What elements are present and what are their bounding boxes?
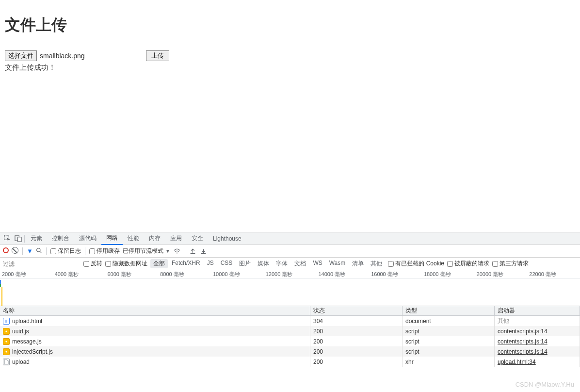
page-title: 文件上传 — [5, 15, 575, 36]
table-row[interactable]: upload.html304document其他 — [0, 316, 580, 326]
network-table-header: 名称 状态 类型 启动器 — [0, 306, 580, 316]
filter-chip-其他[interactable]: 其他 — [368, 259, 385, 268]
tab-Lighthouse[interactable]: Lighthouse — [208, 232, 246, 245]
tab-内存[interactable]: 内存 — [144, 232, 165, 245]
filter-chip-Wasm[interactable]: Wasm — [326, 259, 349, 268]
table-row[interactable]: uuid.js200scriptcontentscripts.js:14 — [0, 326, 580, 336]
import-icon[interactable] — [189, 248, 197, 254]
blocked-cookies-checkbox[interactable]: 有已拦截的 Cookie — [388, 260, 444, 268]
blocked-requests-checkbox[interactable]: 被屏蔽的请求 — [447, 260, 489, 268]
filter-chip-Fetch/XHR[interactable]: Fetch/XHR — [169, 259, 203, 268]
timeline-tick: 16000 毫秒 — [369, 271, 422, 278]
disable-cache-checkbox[interactable]: 停用缓存 — [89, 247, 120, 255]
third-party-label: 第三方请求 — [499, 260, 529, 268]
filter-chip-清单[interactable]: 清单 — [349, 259, 367, 268]
choose-file-button[interactable]: 选择文件 — [5, 50, 37, 61]
timeline-overview[interactable]: 2000 毫秒4000 毫秒6000 毫秒8000 毫秒10000 毫秒1200… — [0, 270, 580, 306]
upload-row: 选择文件 smallblack.png 上传 — [5, 50, 575, 61]
tab-性能[interactable]: 性能 — [123, 232, 144, 245]
request-name: upload.html — [12, 318, 42, 325]
filter-bar: 反转 隐藏数据网址 全部Fetch/XHRJSCSS图片媒体字体文档WSWasm… — [0, 258, 580, 270]
table-row[interactable]: injectedScript.js200scriptcontentscripts… — [0, 346, 580, 357]
timeline-tick: 10000 毫秒 — [211, 271, 264, 278]
network-toolbar: ▼ 保留日志 停用缓存 已停用节流模式 ▼ — [0, 245, 580, 258]
blocked-requests-label: 被屏蔽的请求 — [454, 260, 489, 268]
blocked-cookies-label: 有已拦截的 Cookie — [395, 260, 444, 268]
js-icon — [3, 348, 10, 355]
upload-button[interactable]: 上传 — [146, 50, 169, 61]
filter-chip-字体[interactable]: 字体 — [273, 259, 290, 268]
timeline-tick: 4000 毫秒 — [53, 271, 106, 278]
timeline-tick: 20000 毫秒 — [475, 271, 528, 278]
timeline-marker — [0, 280, 3, 305]
tab-控制台[interactable]: 控制台 — [47, 232, 74, 245]
svg-point-3 — [37, 248, 40, 251]
request-status: 200 — [310, 326, 403, 336]
col-initiator[interactable]: 启动器 — [495, 306, 580, 315]
separator — [85, 247, 85, 255]
svg-point-5 — [177, 252, 177, 253]
page-content: 文件上传 选择文件 smallblack.png 上传 文件上传成功！ — [0, 0, 580, 232]
request-name: message.js — [12, 338, 42, 345]
js-icon — [3, 338, 10, 345]
request-type: script — [403, 336, 495, 346]
filter-chip-CSS[interactable]: CSS — [218, 259, 236, 268]
request-type: script — [403, 326, 495, 336]
file-icon — [3, 359, 10, 365]
tab-源代码[interactable]: 源代码 — [74, 232, 101, 245]
preserve-log-checkbox[interactable]: 保留日志 — [50, 247, 81, 255]
timeline-tick: 12000 毫秒 — [264, 271, 317, 278]
col-name[interactable]: 名称 — [0, 306, 310, 315]
search-icon[interactable] — [36, 247, 42, 255]
timeline-tick: 14000 毫秒 — [316, 271, 369, 278]
network-table-body: upload.html304document其他uuid.js200script… — [0, 316, 580, 367]
col-type[interactable]: 类型 — [403, 306, 495, 315]
filter-toggle-icon[interactable]: ▼ — [27, 247, 33, 255]
request-type: document — [403, 316, 495, 326]
tab-安全[interactable]: 安全 — [187, 232, 208, 245]
inspect-icon[interactable] — [2, 233, 13, 244]
devtools-tabbar: 元素控制台源代码网络性能内存应用安全Lighthouse — [0, 232, 580, 245]
svg-point-13 — [5, 341, 7, 342]
watermark: CSDN @Miaow.Y.Hu — [516, 381, 574, 388]
request-status: 304 — [310, 316, 403, 326]
separator — [22, 247, 23, 255]
timeline-tick: 6000 毫秒 — [105, 271, 158, 278]
disable-cache-label: 停用缓存 — [97, 247, 120, 255]
preserve-log-label: 保留日志 — [58, 247, 81, 255]
filter-chip-WS[interactable]: WS — [310, 259, 325, 268]
doc-icon — [3, 318, 10, 325]
js-icon — [3, 328, 10, 335]
hide-data-urls-label: 隐藏数据网址 — [113, 260, 147, 268]
network-conditions-icon[interactable] — [173, 248, 181, 255]
filter-chip-全部[interactable]: 全部 — [150, 259, 168, 268]
tab-应用[interactable]: 应用 — [165, 232, 187, 245]
timeline-tick: 8000 毫秒 — [158, 271, 211, 278]
request-initiator: contentscripts.js:14 — [495, 346, 580, 357]
filter-input[interactable] — [3, 261, 81, 267]
clear-icon[interactable] — [12, 247, 18, 255]
request-name: upload — [12, 359, 30, 365]
request-status: 200 — [310, 346, 403, 357]
third-party-checkbox[interactable]: 第三方请求 — [492, 260, 529, 268]
col-status[interactable]: 状态 — [310, 306, 403, 315]
table-row[interactable]: message.js200scriptcontentscripts.js:14 — [0, 336, 580, 346]
filter-chip-图片[interactable]: 图片 — [236, 259, 254, 268]
chevron-down-icon: ▼ — [165, 248, 170, 254]
device-toggle-icon[interactable] — [13, 233, 23, 244]
export-icon[interactable] — [200, 248, 208, 254]
timeline-tick: 18000 毫秒 — [422, 271, 475, 278]
filter-chip-媒体[interactable]: 媒体 — [255, 259, 272, 268]
record-icon[interactable] — [3, 247, 9, 255]
request-initiator: contentscripts.js:14 — [495, 336, 580, 346]
svg-point-14 — [5, 351, 7, 352]
tab-网络[interactable]: 网络 — [101, 232, 123, 245]
filter-chip-JS[interactable]: JS — [204, 259, 217, 268]
table-row[interactable]: upload200xhrupload.html:34 — [0, 357, 580, 367]
throttling-dropdown[interactable]: 已停用节流模式 ▼ — [123, 247, 170, 255]
invert-checkbox[interactable]: 反转 — [83, 260, 102, 268]
hide-data-urls-checkbox[interactable]: 隐藏数据网址 — [105, 260, 147, 268]
tab-元素[interactable]: 元素 — [26, 232, 47, 245]
request-initiator: contentscripts.js:14 — [495, 326, 580, 336]
filter-chip-文档[interactable]: 文档 — [291, 259, 309, 268]
